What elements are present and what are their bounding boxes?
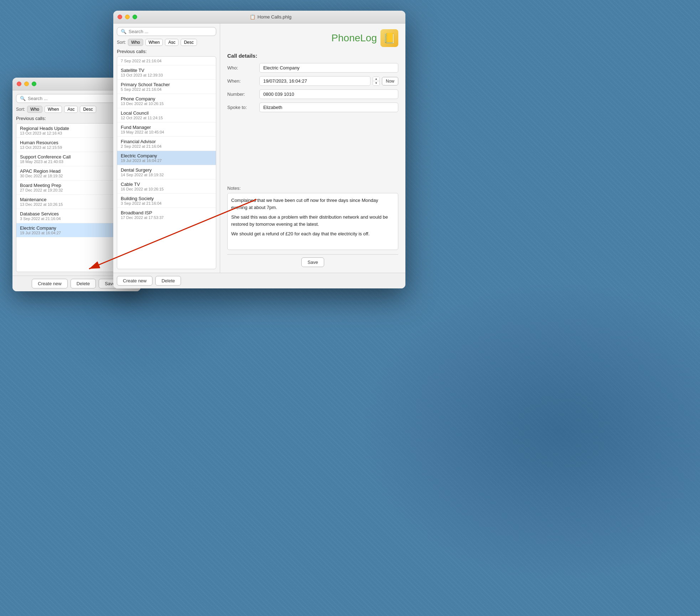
main-call-item[interactable]: Primary School Teacher5 Sep 2022 at 21:1… [117, 80, 216, 94]
app-title: PhoneLog [331, 32, 377, 44]
small-sort-who-button[interactable]: Who [27, 106, 42, 113]
small-create-new-button[interactable]: Create new [32, 279, 67, 288]
main-sort-asc-button[interactable]: Asc [165, 39, 178, 46]
app-icon: 📒 [380, 29, 398, 47]
main-call-item[interactable]: Cable TV16 Dec 2022 at 10:26:15 [117, 179, 216, 194]
when-stepper: ▲ ▼ [373, 77, 380, 86]
main-call-item[interactable]: Satellite TV13 Oct 2023 at 12:39:33 [117, 66, 216, 80]
who-value[interactable]: Electric Company [259, 63, 398, 73]
main-sort-label: Sort: [117, 40, 126, 45]
main-call-item[interactable]: Broadband ISP17 Dec 2022 at 17:53:37 [117, 208, 216, 222]
main-window-title: 📋 Home Calls.phlg [140, 14, 401, 20]
small-sort-asc-button[interactable]: Asc [64, 106, 78, 113]
notes-text[interactable]: Complained that we have been cut off now… [227, 193, 398, 250]
when-stepper-down[interactable]: ▼ [373, 81, 379, 85]
small-sort-desc-button[interactable]: Desc [80, 106, 96, 113]
search-icon: 🔍 [20, 96, 26, 101]
main-sort-row: Sort: Who When Asc Desc [117, 39, 216, 46]
main-window: 📋 Home Calls.phlg 🔍 Sort: Who When Asc D… [113, 11, 405, 288]
main-window-titlebar: 📋 Home Calls.phlg [113, 11, 405, 24]
main-previous-calls-label: Previous calls: [117, 49, 216, 54]
main-sort-who-button[interactable]: Who [128, 39, 143, 46]
small-sort-when-button[interactable]: When [45, 106, 62, 113]
notes-section: Notes: Complained that we have been cut … [227, 186, 398, 250]
close-button[interactable] [17, 82, 21, 86]
title-text: Home Calls.phlg [258, 14, 291, 20]
main-body: 🔍 Sort: Who When Asc Desc Previous calls… [113, 24, 405, 273]
call-details-label: Call details: [227, 53, 398, 59]
main-call-item[interactable]: Financial Advisor2 Sep 2022 at 21:16:04 [117, 137, 216, 151]
main-call-item[interactable]: Fund Manager19 May 2022 at 10:45:04 [117, 122, 216, 137]
main-call-item[interactable]: Local Council12 Oct 2022 at 11:24:15 [117, 108, 216, 122]
now-button[interactable]: Now [382, 77, 398, 85]
main-right-panel: PhoneLog 📒 Call details: Who: Electric C… [220, 24, 405, 273]
main-delete-button[interactable]: Delete [155, 276, 181, 286]
when-label: When: [227, 78, 259, 84]
main-search-icon: 🔍 [121, 29, 126, 34]
main-save-button[interactable]: Save [301, 257, 324, 267]
number-label: Number: [227, 92, 259, 97]
main-call-item[interactable]: Phone Company13 Dec 2022 at 10:26:15 [117, 94, 216, 108]
app-icon-emoji: 📒 [383, 32, 396, 44]
main-maximize-button[interactable] [133, 15, 137, 19]
main-calls-list: 7 Sep 2022 at 21:16:04Satellite TV13 Oct… [117, 56, 216, 269]
minimize-button[interactable] [24, 82, 29, 86]
spoke-to-label: Spoke to: [227, 105, 259, 110]
main-search-bar: 🔍 [117, 27, 216, 36]
when-row: When: 19/07/2023, 16:04:27 ▲ ▼ Now [227, 76, 398, 86]
who-row: Who: Electric Company [227, 63, 398, 73]
title-icon: 📋 [250, 14, 255, 20]
small-delete-button[interactable]: Delete [71, 279, 96, 288]
spoke-to-row: Spoke to: Elizabeth [227, 103, 398, 112]
main-sort-desc-button[interactable]: Desc [181, 39, 197, 46]
main-create-new-button[interactable]: Create new [117, 276, 152, 286]
main-window-footer: Create new Delete [113, 273, 405, 288]
small-sort-label: Sort: [16, 107, 25, 112]
when-stepper-up[interactable]: ▲ [373, 77, 379, 81]
main-call-item[interactable]: Building Society3 Sep 2022 at 21:16:04 [117, 194, 216, 208]
spoke-to-value[interactable]: Elizabeth [259, 103, 398, 112]
right-footer: Save [227, 254, 398, 267]
notes-label: Notes: [227, 186, 398, 191]
number-value[interactable]: 0800 039 1010 [259, 89, 398, 99]
main-sort-when-button[interactable]: When [145, 39, 163, 46]
main-call-item[interactable]: 7 Sep 2022 at 21:16:04 [117, 57, 216, 66]
call-details-section: Call details: Who: Electric Company When… [227, 53, 398, 181]
main-search-input[interactable] [129, 29, 212, 34]
main-call-item[interactable]: Dental Surgery14 Sep 2022 at 18:19:32 [117, 165, 216, 179]
main-left-panel: 🔍 Sort: Who When Asc Desc Previous calls… [113, 24, 220, 273]
who-label: Who: [227, 65, 259, 71]
when-controls: 19/07/2023, 16:04:27 ▲ ▼ Now [259, 76, 398, 86]
main-minimize-button[interactable] [125, 15, 130, 19]
number-row: Number: 0800 039 1010 [227, 89, 398, 99]
app-header: PhoneLog 📒 [227, 29, 398, 47]
maximize-button[interactable] [32, 82, 36, 86]
when-value[interactable]: 19/07/2023, 16:04:27 [259, 76, 370, 86]
main-close-button[interactable] [118, 15, 122, 19]
main-call-item[interactable]: Electric Company19 Jul 2023 at 16:04:27 [117, 151, 216, 165]
